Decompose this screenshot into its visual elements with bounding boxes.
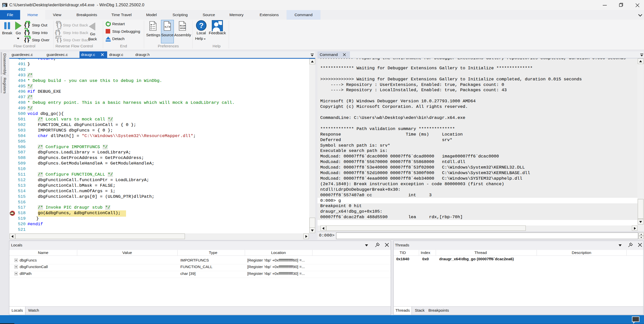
svg-text:10101: 10101 bbox=[180, 27, 186, 30]
svg-text:{: { bbox=[57, 37, 59, 43]
svg-text:</>: </> bbox=[165, 25, 171, 29]
svg-text:}: } bbox=[27, 37, 29, 43]
svg-text:{: { bbox=[24, 37, 27, 43]
svg-text:{: { bbox=[55, 29, 57, 35]
svg-text:?: ? bbox=[199, 21, 204, 29]
svg-text:}: } bbox=[59, 37, 62, 43]
svg-text:{: { bbox=[24, 29, 27, 35]
